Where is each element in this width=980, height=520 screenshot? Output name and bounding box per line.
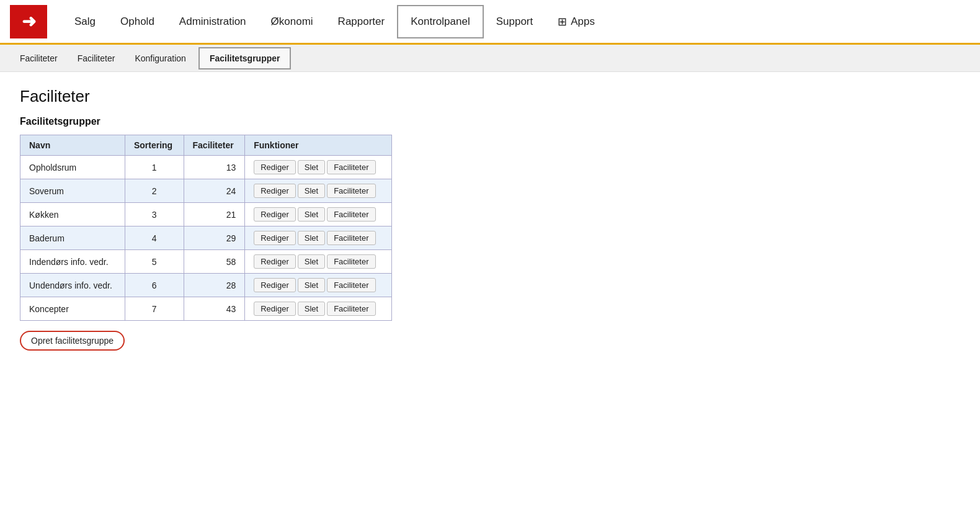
btn-rediger-row-5[interactable]: Rediger: [254, 278, 296, 292]
top-nav: ➜ Salg Ophold Administration Økonomi Rap…: [0, 0, 980, 45]
cell-funktioner: RedigerSletFaciliteter: [245, 297, 392, 321]
btn-rediger-row-0[interactable]: Rediger: [254, 160, 296, 174]
sub-nav-item-faciliteter1[interactable]: Faciliteter: [10, 45, 68, 72]
btn-slet-row-0[interactable]: Slet: [298, 160, 325, 174]
cell-navn: Køkken: [20, 203, 125, 226]
btn-rediger-row-1[interactable]: Rediger: [254, 184, 296, 198]
btn-faciliteter-row-6[interactable]: Faciliteter: [327, 302, 375, 316]
btn-faciliteter-row-0[interactable]: Faciliteter: [327, 160, 375, 174]
table-row: Undendørs info. vedr.628RedigerSletFacil…: [20, 274, 392, 297]
cell-navn: Baderum: [20, 226, 125, 250]
section-title: Facilitetsgrupper: [20, 116, 960, 127]
cell-navn: Undendørs info. vedr.: [20, 274, 125, 297]
cell-funktioner: RedigerSletFaciliteter: [245, 226, 392, 250]
page-title: Faciliteter: [20, 87, 960, 106]
btn-slet-row-6[interactable]: Slet: [298, 302, 325, 316]
btn-faciliteter-row-1[interactable]: Faciliteter: [327, 184, 375, 198]
nav-item-administration[interactable]: Administration: [167, 0, 259, 44]
col-header-funktioner: Funktioner: [245, 135, 392, 156]
cell-funktioner: RedigerSletFaciliteter: [245, 156, 392, 179]
btn-faciliteter-row-3[interactable]: Faciliteter: [327, 231, 375, 245]
btn-slet-row-5[interactable]: Slet: [298, 278, 325, 292]
cell-funktioner: RedigerSletFaciliteter: [245, 250, 392, 274]
table-row: Koncepter743RedigerSletFaciliteter: [20, 297, 392, 321]
btn-rediger-row-6[interactable]: Rediger: [254, 302, 296, 316]
cell-navn: Indendørs info. vedr.: [20, 250, 125, 274]
sub-nav-item-faciliteter2[interactable]: Faciliteter: [68, 45, 125, 72]
btn-slet-row-2[interactable]: Slet: [298, 207, 325, 222]
col-header-faciliteter: Faciliteter: [184, 135, 245, 156]
table-row: Opholdsrum113RedigerSletFaciliteter: [20, 156, 392, 179]
cell-sortering: 6: [125, 274, 184, 297]
cell-faciliteter: 28: [184, 274, 245, 297]
btn-slet-row-4[interactable]: Slet: [298, 254, 325, 269]
cell-funktioner: RedigerSletFaciliteter: [245, 179, 392, 203]
cell-faciliteter: 43: [184, 297, 245, 321]
col-header-navn: Navn: [20, 135, 125, 156]
btn-slet-row-3[interactable]: Slet: [298, 231, 325, 245]
sub-nav-item-konfiguration[interactable]: Konfiguration: [125, 45, 196, 72]
cell-sortering: 2: [125, 179, 184, 203]
cell-faciliteter: 58: [184, 250, 245, 274]
cell-faciliteter: 21: [184, 203, 245, 226]
cell-sortering: 7: [125, 297, 184, 321]
facilitetsgrupper-table: Navn Sortering Faciliteter Funktioner Op…: [20, 135, 392, 321]
cell-sortering: 3: [125, 203, 184, 226]
nav-items: Salg Ophold Administration Økonomi Rappo…: [62, 0, 970, 44]
nav-item-salg[interactable]: Salg: [62, 0, 108, 44]
create-facilitetsgruppe-button[interactable]: Opret facilitetsgruppe: [20, 331, 125, 351]
nav-item-okonomi[interactable]: Økonomi: [259, 0, 326, 44]
nav-item-rapporter[interactable]: Rapporter: [326, 0, 398, 44]
btn-faciliteter-row-5[interactable]: Faciliteter: [327, 278, 375, 292]
cell-navn: Soverum: [20, 179, 125, 203]
cell-sortering: 5: [125, 250, 184, 274]
cell-navn: Opholdsrum: [20, 156, 125, 179]
table-row: Baderum429RedigerSletFaciliteter: [20, 226, 392, 250]
col-header-sortering: Sortering: [125, 135, 184, 156]
sub-nav: Faciliteter Faciliteter Konfiguration Fa…: [0, 45, 980, 72]
cell-navn: Koncepter: [20, 297, 125, 321]
btn-rediger-row-4[interactable]: Rediger: [254, 254, 296, 269]
logo[interactable]: ➜: [10, 5, 47, 38]
nav-item-apps-label: Apps: [571, 16, 595, 28]
logo-arrow: ➜: [22, 11, 36, 32]
grid-icon: ⊞: [558, 15, 567, 29]
btn-faciliteter-row-4[interactable]: Faciliteter: [327, 254, 375, 269]
cell-faciliteter: 29: [184, 226, 245, 250]
table-row: Indendørs info. vedr.558RedigerSletFacil…: [20, 250, 392, 274]
page-content: Faciliteter Facilitetsgrupper Navn Sorte…: [0, 72, 980, 365]
sub-nav-item-facilitetsgrupper[interactable]: Facilitetsgrupper: [198, 47, 292, 69]
btn-slet-row-1[interactable]: Slet: [298, 184, 325, 198]
btn-rediger-row-3[interactable]: Rediger: [254, 231, 296, 245]
btn-faciliteter-row-2[interactable]: Faciliteter: [327, 207, 375, 222]
cell-sortering: 4: [125, 226, 184, 250]
btn-rediger-row-2[interactable]: Rediger: [254, 207, 296, 222]
cell-faciliteter: 13: [184, 156, 245, 179]
cell-sortering: 1: [125, 156, 184, 179]
table-row: Soverum224RedigerSletFaciliteter: [20, 179, 392, 203]
cell-funktioner: RedigerSletFaciliteter: [245, 203, 392, 226]
nav-item-kontrolpanel[interactable]: Kontrolpanel: [397, 5, 483, 38]
nav-item-ophold[interactable]: Ophold: [108, 0, 167, 44]
cell-funktioner: RedigerSletFaciliteter: [245, 274, 392, 297]
nav-item-apps[interactable]: ⊞ Apps: [545, 0, 607, 44]
table-row: Køkken321RedigerSletFaciliteter: [20, 203, 392, 226]
nav-item-support[interactable]: Support: [484, 0, 546, 44]
cell-faciliteter: 24: [184, 179, 245, 203]
